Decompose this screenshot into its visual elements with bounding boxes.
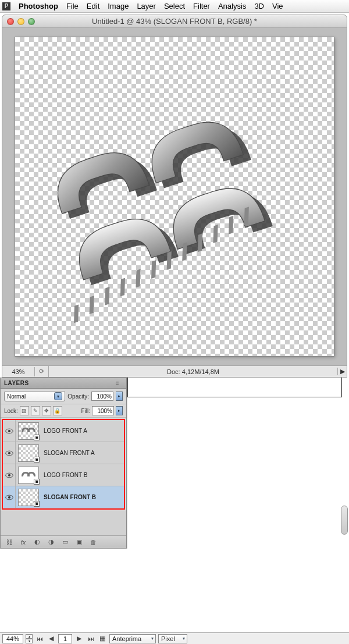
panel-menu-icon[interactable]: ≡ bbox=[112, 380, 123, 386]
zoom-stepper[interactable]: ▴▾ bbox=[26, 634, 33, 643]
layers-empty-area bbox=[1, 511, 126, 535]
svg-rect-1 bbox=[90, 296, 94, 314]
delete-layer-icon[interactable]: 🗑 bbox=[88, 538, 98, 547]
last-page-icon[interactable]: ⏭ bbox=[86, 635, 95, 642]
visibility-eye-icon[interactable] bbox=[3, 486, 16, 508]
layer-row[interactable]: ▣SLOGAN FRONT B bbox=[3, 486, 124, 508]
fill-label: Fill: bbox=[81, 408, 90, 414]
menu-file[interactable]: File bbox=[66, 2, 79, 10]
layer-mask-icon[interactable]: ◐ bbox=[32, 538, 42, 547]
blend-mode-row: Normal ▾ Opacity: 100% ▸ bbox=[1, 389, 126, 404]
link-layers-icon[interactable]: ⛓ bbox=[4, 538, 15, 547]
menu-analysis[interactable]: Analysis bbox=[218, 2, 246, 10]
fill-field[interactable]: 100% bbox=[92, 406, 114, 415]
canvas-area bbox=[2, 28, 347, 365]
layer-thumbnail[interactable]: ▣ bbox=[18, 467, 39, 484]
visibility-eye-icon[interactable] bbox=[3, 442, 16, 464]
layers-panel-tab[interactable]: LAYERS ≡ bbox=[1, 378, 126, 389]
layer-thumbnail[interactable]: ▣ bbox=[18, 444, 39, 462]
layer-name[interactable]: SLOGAN FRONT B bbox=[44, 494, 96, 500]
svg-point-15 bbox=[8, 451, 10, 454]
layer-thumbnail[interactable]: ▣ bbox=[18, 422, 39, 440]
new-group-icon[interactable]: ▭ bbox=[60, 538, 70, 547]
smart-object-badge-icon: ▣ bbox=[34, 479, 40, 485]
svg-rect-11 bbox=[244, 207, 249, 225]
layer-name[interactable]: SLOGAN FRONT A bbox=[44, 450, 95, 456]
document-info[interactable]: Doc: 4,12M/14,8M bbox=[49, 368, 337, 375]
dropdown-icon: ▾ bbox=[54, 392, 62, 400]
svg-rect-4 bbox=[136, 269, 140, 287]
panels-row: LAYERS ≡ Normal ▾ Opacity: 100% ▸ Lock: … bbox=[0, 378, 349, 549]
layer-effects-icon[interactable]: fx bbox=[18, 538, 29, 547]
layer-row[interactable]: ▣SLOGAN FRONT A bbox=[3, 442, 124, 464]
first-page-icon[interactable]: ⏮ bbox=[35, 635, 44, 642]
lock-transparency-button[interactable]: ▨ bbox=[20, 406, 29, 415]
blend-mode-select[interactable]: Normal ▾ bbox=[4, 391, 65, 401]
layer-thumbnail[interactable]: ▣ bbox=[18, 489, 39, 506]
app-badge-icon: P bbox=[2, 2, 10, 10]
visibility-eye-icon[interactable] bbox=[3, 464, 16, 486]
menu-image[interactable]: Image bbox=[108, 2, 129, 10]
close-button[interactable] bbox=[7, 18, 14, 25]
background-document-edge bbox=[127, 378, 342, 397]
new-layer-icon[interactable]: ▣ bbox=[74, 538, 84, 547]
lock-pixels-button[interactable]: ✎ bbox=[31, 406, 40, 415]
smart-object-badge-icon: ▣ bbox=[34, 457, 40, 462]
zoom-level-field[interactable]: 43% bbox=[2, 367, 35, 376]
menu-layer[interactable]: Layer bbox=[137, 2, 156, 10]
fill-dropdown-icon[interactable]: ▸ bbox=[116, 406, 123, 415]
adjustment-layer-icon[interactable]: ◑ bbox=[46, 538, 56, 547]
vertical-scrollbar-thumb[interactable] bbox=[341, 506, 348, 535]
svg-rect-3 bbox=[120, 278, 125, 297]
layer-name[interactable]: LOGO FRONT A bbox=[44, 428, 87, 434]
menu-select[interactable]: Select bbox=[164, 2, 185, 10]
lock-label: Lock: bbox=[4, 408, 18, 414]
lock-position-button[interactable]: ✥ bbox=[42, 406, 51, 415]
window-titlebar[interactable]: Untitled-1 @ 43% (SLOGAN FRONT B, RGB/8)… bbox=[2, 15, 347, 28]
lock-row: Lock: ▨ ✎ ✥ 🔒 Fill: 100% ▸ bbox=[1, 404, 126, 418]
window-title: Untitled-1 @ 43% (SLOGAN FRONT B, RGB/8)… bbox=[7, 17, 342, 26]
visibility-eye-icon[interactable] bbox=[3, 420, 16, 442]
svg-rect-2 bbox=[105, 287, 109, 305]
zoom-button[interactable] bbox=[28, 18, 35, 25]
svg-rect-8 bbox=[198, 233, 202, 252]
next-page-icon[interactable]: ▶ bbox=[74, 635, 84, 642]
svg-rect-6 bbox=[167, 251, 172, 270]
units-select[interactable]: Pixel bbox=[158, 634, 187, 643]
lock-all-button[interactable]: 🔒 bbox=[53, 406, 62, 415]
svg-rect-9 bbox=[213, 225, 218, 243]
artwork-logo bbox=[28, 50, 321, 343]
menu-view[interactable]: Vie bbox=[272, 2, 283, 10]
menu-filter[interactable]: Filter bbox=[193, 2, 210, 10]
opacity-dropdown-icon[interactable]: ▸ bbox=[116, 392, 123, 401]
app-name[interactable]: Photoshop bbox=[19, 2, 58, 10]
prev-page-icon[interactable]: ◀ bbox=[47, 635, 56, 642]
app-bottom-bar: 44% ▴▾ ⏮ ◀ 1 ▶ ⏭ ▦ Anteprima Pixel bbox=[0, 632, 349, 644]
menu-3d[interactable]: 3D bbox=[254, 2, 264, 10]
document-canvas[interactable] bbox=[15, 37, 334, 356]
bottom-zoom-field[interactable]: 44% bbox=[2, 634, 23, 643]
layer-row[interactable]: ▣LOGO FRONT A bbox=[3, 420, 124, 442]
background-document-area bbox=[127, 378, 349, 549]
page-number-field[interactable]: 1 bbox=[58, 634, 72, 643]
refresh-icon[interactable]: ⟳ bbox=[35, 366, 49, 377]
traffic-lights bbox=[7, 18, 35, 25]
layers-panel-title: LAYERS bbox=[4, 380, 29, 386]
opacity-label: Opacity: bbox=[67, 393, 89, 400]
svg-rect-10 bbox=[229, 216, 233, 234]
minimize-button[interactable] bbox=[17, 18, 24, 25]
layers-list: ▣LOGO FRONT A▣SLOGAN FRONT A▣LOGO FRONT … bbox=[2, 419, 125, 510]
layer-row[interactable]: ▣LOGO FRONT B bbox=[3, 464, 124, 486]
status-menu-arrow-icon[interactable]: ▶ bbox=[337, 368, 347, 375]
page-view-icon[interactable]: ▦ bbox=[98, 635, 107, 642]
smart-object-badge-icon: ▣ bbox=[34, 501, 40, 507]
menu-edit[interactable]: Edit bbox=[87, 2, 99, 10]
layer-name[interactable]: LOGO FRONT B bbox=[44, 472, 87, 478]
preview-mode-select[interactable]: Anteprima bbox=[109, 634, 156, 643]
svg-point-17 bbox=[8, 474, 10, 476]
layers-panel: LAYERS ≡ Normal ▾ Opacity: 100% ▸ Lock: … bbox=[0, 378, 127, 549]
layers-panel-footer: ⛓ fx ◐ ◑ ▭ ▣ 🗑 bbox=[1, 535, 126, 548]
opacity-field[interactable]: 100% bbox=[91, 392, 113, 401]
document-status-bar: 43% ⟳ Doc: 4,12M/14,8M ▶ bbox=[2, 365, 347, 377]
smart-object-badge-icon: ▣ bbox=[34, 435, 40, 440]
